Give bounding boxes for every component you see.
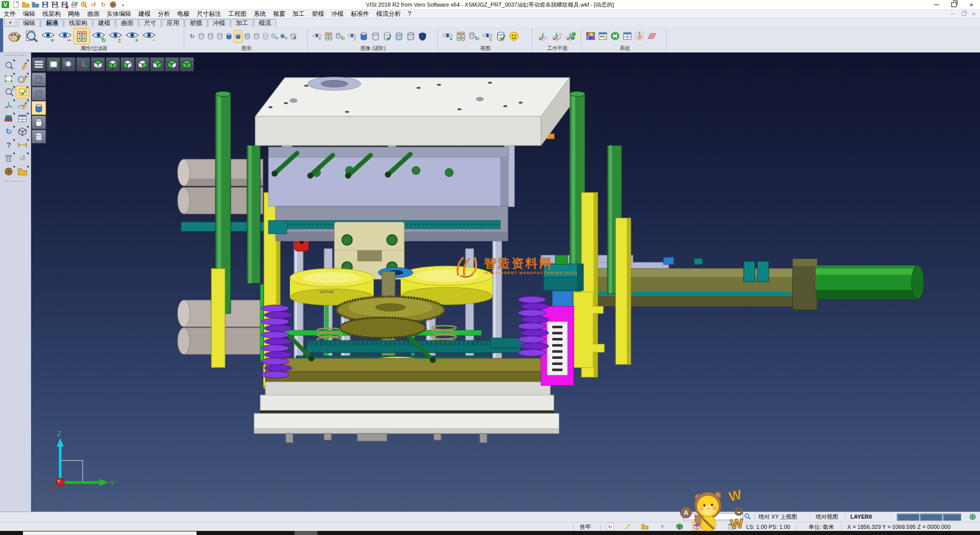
sidebar-measure-tool-button[interactable] <box>16 139 29 152</box>
view-feedback-button[interactable] <box>507 28 520 44</box>
shade-transparent-button[interactable] <box>32 130 46 143</box>
menu-wireframe[interactable]: 线架构 <box>39 9 64 18</box>
globe-icon[interactable] <box>968 513 977 521</box>
menu-solid-edit[interactable]: 实体编辑 <box>103 9 135 18</box>
menu-file[interactable]: 文件 <box>0 9 19 18</box>
shaded-transparent-button[interactable] <box>243 30 252 43</box>
system-panels-button[interactable] <box>622 29 633 44</box>
render-settings-button[interactable] <box>289 30 298 43</box>
selection-filters-button[interactable] <box>74 28 90 44</box>
zoom-extents-button[interactable] <box>46 57 61 71</box>
tab-modeling[interactable]: 建模 <box>93 19 115 27</box>
view-isometric-button[interactable] <box>180 57 194 71</box>
shade-solid-button[interactable] <box>32 101 46 115</box>
sidebar-dynamic-rotate-button[interactable] <box>2 99 15 112</box>
open-file-button[interactable] <box>21 1 30 9</box>
view-mode-label[interactable]: 绝对 XY 上视图 <box>758 512 797 521</box>
render-refresh-button[interactable]: ↻ <box>271 30 279 43</box>
show-all-button[interactable]: + <box>124 28 140 44</box>
absolute-view-label[interactable]: 绝对视图 <box>816 512 838 521</box>
sidebar-drag-handle[interactable] <box>5 55 26 57</box>
menu-plastic-mold[interactable]: 塑模 <box>308 9 328 18</box>
shaded-edges-button[interactable] <box>234 30 242 43</box>
viewport-3d[interactable]: DATUM <box>31 52 980 512</box>
status-snap-cube-button[interactable]: → <box>675 522 684 531</box>
color-swatch-1[interactable] <box>897 514 919 521</box>
view-validate-button[interactable] <box>494 28 507 44</box>
taskbar-window-preview[interactable] <box>23 531 197 535</box>
sidebar-solid-shade-button[interactable] <box>16 126 29 138</box>
view-top-button[interactable] <box>91 57 105 71</box>
child-minimize-button[interactable] <box>950 14 957 14</box>
status-workplane-cube-button[interactable] <box>692 522 701 531</box>
layer-indicator[interactable]: LAYER0 <box>850 512 872 521</box>
menu-help[interactable]: ? <box>404 9 415 18</box>
invert-visibility-button[interactable]: ± <box>107 28 124 44</box>
flat-wire-button[interactable] <box>252 30 261 43</box>
sidebar-undo-tool-button[interactable]: ↺ <box>16 152 29 165</box>
restore-button[interactable] <box>945 0 963 9</box>
save-as-button[interactable] <box>51 1 59 9</box>
menu-modeling[interactable]: 建模 <box>135 9 154 18</box>
attribute-inspect-button[interactable] <box>23 28 39 44</box>
system-colors-button[interactable] <box>585 29 597 44</box>
menu-electrode[interactable]: 电极 <box>174 9 193 18</box>
zoom-fly-button[interactable] <box>61 57 76 71</box>
menu-mesh[interactable]: 网格 <box>64 9 84 18</box>
sidebar-sketch-edit-button[interactable] <box>16 59 29 72</box>
sidebar-confirm-check-button[interactable] <box>16 86 29 99</box>
menu-drafting[interactable]: 工程图 <box>225 9 250 18</box>
sidebar-navigate-wheel-button[interactable] <box>2 165 15 178</box>
hidden-line-button[interactable] <box>206 30 215 43</box>
redo-button[interactable]: ↻ <box>99 1 108 9</box>
menu-edit[interactable]: 编辑 <box>19 9 39 18</box>
system-pick-button[interactable] <box>634 29 646 44</box>
render-export-button[interactable]: ↻ <box>280 30 288 43</box>
menu-flow-analysis[interactable]: 模流分析 <box>373 9 404 18</box>
adv-shaded-button[interactable] <box>358 29 370 44</box>
taskbar-segment[interactable] <box>295 531 317 535</box>
shade-hidden-line-button[interactable] <box>32 87 46 101</box>
session-wheel-button[interactable] <box>109 1 117 9</box>
adv-material-button[interactable] <box>417 29 428 44</box>
search-input[interactable] <box>683 513 743 520</box>
menu-system[interactable]: 系统 <box>250 9 270 18</box>
status-help-button[interactable]: ? <box>657 522 667 531</box>
tab-stamping[interactable]: 冲模 <box>208 19 230 27</box>
hide-entities-button[interactable]: − <box>57 28 73 44</box>
view-left-button[interactable] <box>120 57 135 71</box>
child-restore-button[interactable] <box>961 12 967 16</box>
menu-machining[interactable]: 加工 <box>289 9 308 18</box>
search-icon[interactable] <box>743 512 752 521</box>
undo-button[interactable]: ↺ <box>89 1 98 9</box>
sidebar-zoom-search-button[interactable] <box>2 59 15 72</box>
sidebar-context-help-button[interactable]: ? <box>2 139 15 152</box>
status-wand-button[interactable] <box>623 522 632 531</box>
view-bottom-button[interactable] <box>106 57 120 71</box>
tab-surface[interactable]: 曲面 <box>116 19 138 27</box>
units-indicator[interactable]: 单位: 毫米 <box>808 522 834 531</box>
status-export-button[interactable] <box>640 522 649 531</box>
tab-flow[interactable]: 模流 <box>254 19 276 27</box>
sidebar-spline-edit-button[interactable] <box>16 99 29 112</box>
status-views-grid-button[interactable] <box>727 522 736 531</box>
status-sync-button[interactable]: ↻ <box>605 522 615 531</box>
view-refresh-button[interactable]: ↻ <box>468 28 480 44</box>
hatched-view-button[interactable] <box>261 30 270 43</box>
menu-standard-parts[interactable]: 标准件 <box>347 9 373 18</box>
tab-dropdown-button[interactable]: ▼ <box>4 18 16 27</box>
tab-machining[interactable]: 加工 <box>231 19 253 27</box>
adv-invert-button[interactable]: ± <box>347 29 358 44</box>
tab-standard[interactable]: 标准 <box>41 19 63 27</box>
viewport-canvas[interactable]: DATUM <box>31 52 980 512</box>
view-front-button[interactable] <box>135 57 150 71</box>
tab-wireframe[interactable]: 线架构 <box>64 19 92 27</box>
sidebar-delete-tool-button[interactable] <box>2 152 15 165</box>
toolbar-more-button[interactable]: ▾ <box>118 1 127 9</box>
menu-analysis[interactable]: 分析 <box>154 9 174 18</box>
view-back-button[interactable] <box>165 57 179 71</box>
view-right-button[interactable] <box>150 57 164 71</box>
adv-validate-button[interactable] <box>382 29 393 44</box>
view-invert-button[interactable]: ± <box>481 28 494 44</box>
menu-dimension[interactable]: 尺寸标注 <box>193 9 225 18</box>
